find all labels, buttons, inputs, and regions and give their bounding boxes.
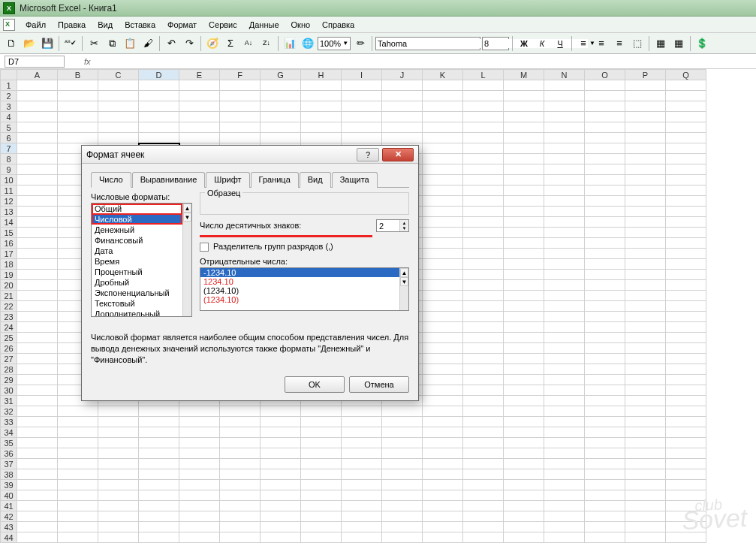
cell[interactable] — [463, 175, 504, 186]
cell[interactable] — [544, 143, 585, 154]
cell[interactable] — [179, 469, 220, 480]
cell[interactable] — [98, 417, 139, 427]
chevron-down-icon[interactable]: ▼ — [342, 40, 348, 47]
cell[interactable] — [666, 417, 706, 427]
cell[interactable] — [544, 301, 585, 312]
row-header[interactable]: 12 — [1, 196, 17, 207]
cell[interactable] — [423, 322, 463, 333]
cell[interactable] — [585, 448, 625, 459]
cell[interactable] — [17, 228, 58, 238]
open-icon[interactable]: 📂 — [21, 35, 38, 52]
row-header[interactable]: 13 — [1, 207, 17, 217]
cell[interactable] — [463, 333, 504, 343]
align-right-icon[interactable]: ≡ — [611, 35, 628, 52]
row-header[interactable]: 20 — [1, 280, 17, 291]
cell[interactable] — [423, 186, 463, 196]
cell[interactable] — [139, 101, 179, 112]
cell[interactable] — [504, 164, 544, 175]
cell[interactable] — [17, 322, 58, 333]
cell[interactable] — [301, 511, 342, 522]
cell[interactable] — [98, 91, 139, 101]
cell[interactable] — [463, 154, 504, 164]
row-header[interactable]: 14 — [1, 217, 17, 228]
cell[interactable] — [666, 154, 706, 164]
cell[interactable] — [585, 480, 625, 490]
cell[interactable] — [98, 112, 139, 122]
cell[interactable] — [301, 459, 342, 469]
cell[interactable] — [17, 196, 58, 207]
cell[interactable] — [666, 322, 706, 333]
cell[interactable] — [625, 175, 666, 186]
cell[interactable] — [423, 175, 463, 186]
cell[interactable] — [17, 186, 58, 196]
cell[interactable] — [58, 522, 98, 532]
negative-item[interactable]: (1234.10) — [200, 286, 408, 295]
cell[interactable] — [625, 322, 666, 333]
cell[interactable] — [423, 406, 463, 417]
italic-icon[interactable]: К — [534, 35, 550, 52]
cell[interactable] — [17, 385, 58, 396]
cell[interactable] — [625, 417, 666, 427]
cell[interactable] — [585, 91, 625, 101]
cell[interactable] — [625, 228, 666, 238]
cell[interactable] — [585, 270, 625, 280]
cell[interactable] — [423, 133, 463, 143]
cell[interactable] — [463, 364, 504, 375]
cell[interactable] — [544, 196, 585, 207]
cell[interactable] — [504, 385, 544, 396]
cell[interactable] — [504, 238, 544, 249]
cell[interactable] — [139, 532, 179, 543]
ok-button[interactable]: OK — [285, 376, 345, 393]
cell[interactable] — [666, 196, 706, 207]
cell[interactable] — [301, 406, 342, 417]
cell[interactable] — [544, 249, 585, 259]
cell[interactable] — [504, 133, 544, 143]
cell[interactable] — [666, 469, 706, 480]
cell[interactable] — [17, 448, 58, 459]
hyperlink-icon[interactable]: 🧭 — [204, 35, 221, 52]
cell[interactable] — [666, 270, 706, 280]
cell[interactable] — [342, 406, 382, 417]
dialog-titlebar[interactable]: Формат ячеек ? ✕ — [82, 146, 418, 164]
row-header[interactable]: 16 — [1, 238, 17, 249]
cell[interactable] — [423, 490, 463, 501]
cell[interactable] — [463, 207, 504, 217]
cell[interactable] — [504, 101, 544, 112]
cell[interactable] — [463, 228, 504, 238]
row-header[interactable]: 22 — [1, 301, 17, 312]
format-item[interactable]: Числовой — [92, 214, 191, 225]
cell[interactable] — [261, 438, 301, 448]
cell[interactable] — [585, 143, 625, 154]
cell[interactable] — [342, 417, 382, 427]
cell[interactable] — [423, 312, 463, 322]
scroll-down-icon[interactable]: ▼ — [183, 213, 191, 222]
cell[interactable] — [17, 312, 58, 322]
cell[interactable] — [463, 354, 504, 364]
cell[interactable] — [625, 186, 666, 196]
cell[interactable] — [382, 480, 423, 490]
cell[interactable] — [423, 354, 463, 364]
cell[interactable] — [625, 343, 666, 354]
format-item[interactable]: Дробный — [92, 277, 191, 288]
cell[interactable] — [301, 91, 342, 101]
cell[interactable] — [17, 291, 58, 301]
align-center-icon[interactable]: ≡ — [593, 35, 610, 52]
cell[interactable] — [139, 406, 179, 417]
cell[interactable] — [463, 217, 504, 228]
cell[interactable] — [17, 101, 58, 112]
cell[interactable] — [98, 122, 139, 133]
cell[interactable] — [666, 259, 706, 270]
row-header[interactable]: 17 — [1, 249, 17, 259]
menu-format[interactable]: Формат — [161, 19, 203, 31]
cell[interactable] — [504, 91, 544, 101]
cell[interactable] — [666, 143, 706, 154]
cell[interactable] — [423, 164, 463, 175]
row-header[interactable]: 23 — [1, 312, 17, 322]
cell[interactable] — [585, 80, 625, 91]
cell[interactable] — [625, 133, 666, 143]
cell[interactable] — [423, 217, 463, 228]
cell[interactable] — [58, 480, 98, 490]
tab-защита[interactable]: Защита — [332, 172, 378, 188]
cell[interactable] — [98, 501, 139, 511]
cell[interactable] — [382, 511, 423, 522]
